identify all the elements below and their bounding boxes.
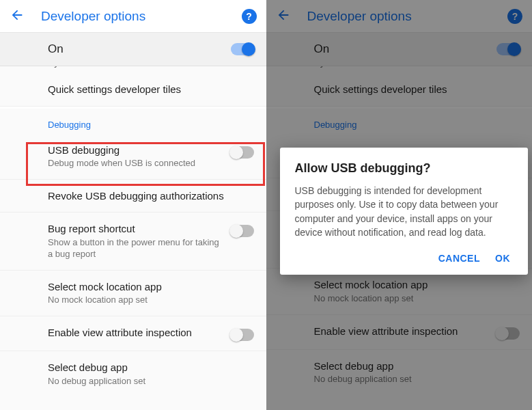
ok-button[interactable]: OK — [495, 253, 510, 264]
usb-debugging-dialog: Allow USB debugging? USB debugging is in… — [280, 148, 529, 275]
cancel-button[interactable]: CANCEL — [438, 253, 480, 264]
screen-left: Developer options ? On System UI demo mo… — [0, 0, 266, 410]
dialog-actions: CANCEL OK — [295, 249, 514, 268]
master-toggle-row[interactable]: On — [0, 33, 266, 66]
bug-report-item[interactable]: Bug report shortcut Show a button in the… — [0, 213, 266, 270]
dialog-title: Allow USB debugging? — [295, 161, 514, 176]
quick-settings-tiles-item[interactable]: Quick settings developer tiles — [0, 73, 266, 107]
master-toggle-label: On — [48, 42, 231, 56]
usb-debugging-toggle[interactable] — [231, 146, 254, 159]
view-attribute-item[interactable]: Enable view attribute inspection — [0, 316, 266, 351]
page-title: Developer options — [41, 9, 242, 24]
master-toggle[interactable] — [231, 43, 254, 55]
bug-report-toggle[interactable] — [231, 225, 254, 237]
dialog-body: USB debugging is intended for developmen… — [295, 184, 514, 239]
view-attribute-toggle[interactable] — [231, 329, 254, 341]
header-bar: Developer options ? — [0, 0, 266, 33]
screen-right: Developer options ? On System UI demo mo… — [266, 0, 533, 410]
section-header-debugging: Debugging — [0, 109, 266, 134]
revoke-usb-item[interactable]: Revoke USB debugging authorizations — [0, 179, 266, 213]
mock-location-item[interactable]: Select mock location app No mock locatio… — [0, 271, 266, 316]
partial-item: System UI demo mode — [0, 66, 266, 73]
back-icon[interactable] — [10, 8, 25, 25]
usb-debugging-item[interactable]: USB debugging Debug mode when USB is con… — [0, 134, 266, 179]
help-icon[interactable]: ? — [242, 9, 257, 24]
select-debug-app-item[interactable]: Select debug app No debug application se… — [0, 351, 266, 396]
